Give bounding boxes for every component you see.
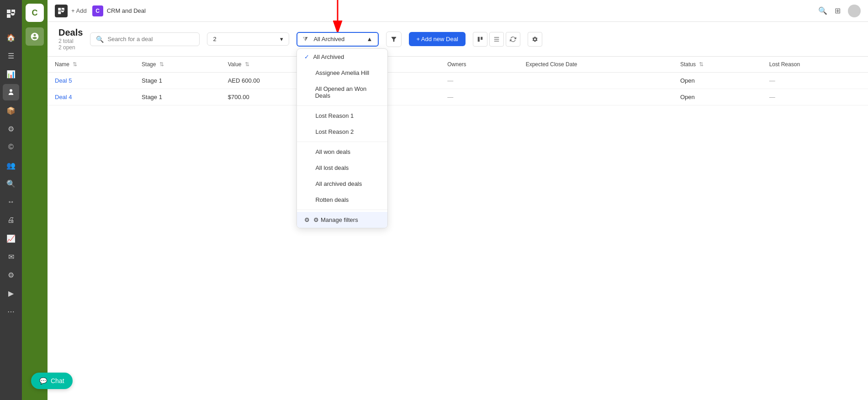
deal-close-cell xyxy=(519,89,673,105)
dropdown-item-all-archived[interactable]: ✓ All Archived xyxy=(297,49,387,65)
sort-icon: ⇅ xyxy=(73,61,77,68)
rail-circle-icon[interactable]: © xyxy=(3,139,19,155)
dropdown-item-label: All lost deals xyxy=(315,164,349,171)
chat-button[interactable]: 💬 Chat xyxy=(31,373,73,389)
dropdown-item-opened-won[interactable]: All Opened an Won Deals xyxy=(297,81,387,104)
chat-icon: 💬 xyxy=(39,377,47,384)
dropdown-item-lost-deals[interactable]: All lost deals xyxy=(297,160,387,176)
filter-chevron-icon: ▲ xyxy=(367,36,373,42)
check-icon: ✓ xyxy=(304,53,309,60)
page-title: Deals xyxy=(58,27,83,38)
rail-people-icon[interactable]: 👥 xyxy=(3,157,19,174)
filter-select[interactable]: ⧩ All Archived ▲ xyxy=(296,32,379,47)
dropdown-item-manage-filters[interactable]: ⚙ ⚙ Manage filters xyxy=(297,212,387,228)
dropdown-item-assignee[interactable]: Assignee Amelia Hill xyxy=(297,65,387,81)
filter-dropdown-wrapper: ⧩ All Archived ▲ ✓ All Archived Assignee… xyxy=(296,32,379,47)
stage-value: 2 xyxy=(213,36,216,42)
rail-home-icon[interactable]: 🏠 xyxy=(3,29,19,46)
deal-stage-cell: Stage 1 xyxy=(134,89,221,105)
col-owners: Owners xyxy=(440,57,518,73)
breadcrumb-area: C CRM and Deal xyxy=(92,5,813,16)
icon-rail: 🏠 ☰ 📊 📦 ⚙ © 👥 🔍 ↔ 🖨 📈 ✉ ⚙ ▶ ⋯ xyxy=(0,0,22,400)
crm-breadcrumb-icon: C xyxy=(92,5,103,16)
manage-filters-wrapper: ⚙ ⚙ Manage filters xyxy=(297,212,387,228)
table-row: Deal 5 Stage 1 AED 600.00 Maria Lopez — … xyxy=(48,73,868,89)
list-view-button[interactable] xyxy=(489,32,504,47)
content-header: Deals 2 total 2 open 🔍 2 ▾ ⧩ Al xyxy=(48,22,868,57)
rail-logo xyxy=(3,5,19,22)
dropdown-item-label: All Archived xyxy=(313,53,344,60)
deal-lost-reason-cell: — xyxy=(762,89,868,105)
add-new-deal-button[interactable]: + Add new Deal xyxy=(409,32,465,46)
dropdown-item-rotten[interactable]: Rotten deals xyxy=(297,192,387,208)
dropdown-item-label: Lost Reason 1 xyxy=(315,112,354,119)
col-name[interactable]: Name ⇅ xyxy=(48,57,134,73)
chat-label: Chat xyxy=(51,377,64,384)
dropdown-item-label: All Opened an Won Deals xyxy=(315,85,381,99)
sidebar-crm-icon[interactable] xyxy=(26,27,44,46)
search-icon: 🔍 xyxy=(96,36,104,43)
table-row: Deal 4 Stage 1 $700.00 Maria Lopez — Ope… xyxy=(48,89,868,105)
rail-chart-icon[interactable]: 📊 xyxy=(3,66,19,82)
stage-chevron-icon: ▾ xyxy=(280,36,283,42)
dropdown-item-archived-deals[interactable]: All archived deals xyxy=(297,176,387,192)
svg-rect-7 xyxy=(494,37,499,37)
logo-area: + Add xyxy=(55,5,87,17)
rail-print-icon[interactable]: 🖨 xyxy=(3,212,19,228)
dropdown-item-label: Rotten deals xyxy=(315,196,349,203)
grid-icon[interactable]: ⊞ xyxy=(835,6,841,15)
svg-rect-9 xyxy=(494,41,499,41)
kanban-view-button[interactable] xyxy=(473,32,487,47)
deal-name-cell[interactable]: Deal 4 xyxy=(48,89,134,105)
deal-link[interactable]: Deal 5 xyxy=(55,77,72,84)
deal-owners-cell: — xyxy=(440,73,518,89)
logo-mark xyxy=(55,5,68,17)
rail-grid-icon[interactable]: ⋯ xyxy=(3,303,19,320)
subtitle-total: 2 total xyxy=(58,38,83,44)
deal-status-cell: Open xyxy=(673,89,762,105)
deal-name-cell[interactable]: Deal 5 xyxy=(48,73,134,89)
view-buttons xyxy=(473,32,520,47)
rail-crm-icon[interactable] xyxy=(3,84,19,100)
filter-icon-button[interactable] xyxy=(386,32,402,47)
table-settings-button[interactable] xyxy=(528,32,542,47)
rail-settings-icon[interactable]: ⚙ xyxy=(3,121,19,137)
dropdown-item-won[interactable]: All won deals xyxy=(297,144,387,160)
refresh-button[interactable] xyxy=(506,32,520,47)
user-avatar[interactable] xyxy=(848,5,861,17)
filter-funnel-icon: ⧩ xyxy=(303,36,308,43)
dropdown-item-lost1[interactable]: Lost Reason 1 xyxy=(297,108,387,124)
sort-icon: ⇅ xyxy=(699,61,704,68)
col-status[interactable]: Status ⇅ xyxy=(673,57,762,73)
manage-filters-label: ⚙ Manage filters xyxy=(313,216,358,223)
topbar: + Add C CRM and Deal 🔍 ⊞ xyxy=(48,0,868,22)
dropdown-menu: ✓ All Archived Assignee Amelia Hill All … xyxy=(296,48,388,228)
rail-analytics-icon[interactable]: 📈 xyxy=(3,230,19,247)
rail-play-icon[interactable]: ▶ xyxy=(3,285,19,301)
rail-gear-icon[interactable]: ⚙ xyxy=(3,267,19,283)
deal-close-cell xyxy=(519,73,673,89)
search-box[interactable]: 🔍 xyxy=(90,32,200,46)
dropdown-item-label: All won deals xyxy=(315,148,350,155)
col-stage[interactable]: Stage ⇅ xyxy=(134,57,221,73)
dropdown-item-label: Lost Reason 2 xyxy=(315,128,354,135)
table-container: Name ⇅ Stage ⇅ Value ⇅ Contact ⇅ Owners … xyxy=(48,57,868,400)
deals-table: Name ⇅ Stage ⇅ Value ⇅ Contact ⇅ Owners … xyxy=(48,57,868,105)
deal-link[interactable]: Deal 4 xyxy=(55,94,72,100)
dropdown-divider-3 xyxy=(297,210,387,210)
col-expected-close: Expected Close Date xyxy=(519,57,673,73)
rail-mail-icon[interactable]: ✉ xyxy=(3,248,19,265)
rail-search-people-icon[interactable]: 🔍 xyxy=(3,175,19,192)
sidebar-logo: C xyxy=(26,4,44,22)
rail-arrows-icon[interactable]: ↔ xyxy=(3,194,19,210)
filter-value: All Archived xyxy=(313,36,344,42)
add-button[interactable]: + Add xyxy=(71,7,87,14)
rail-list-icon[interactable]: ☰ xyxy=(3,47,19,64)
rail-box-icon[interactable]: 📦 xyxy=(3,102,19,119)
dropdown-divider-2 xyxy=(297,142,387,142)
search-input[interactable] xyxy=(107,36,194,42)
search-icon[interactable]: 🔍 xyxy=(818,6,827,15)
topbar-right-icons: 🔍 ⊞ xyxy=(818,5,861,17)
dropdown-item-lost2[interactable]: Lost Reason 2 xyxy=(297,124,387,140)
stage-select[interactable]: 2 ▾ xyxy=(207,32,289,46)
